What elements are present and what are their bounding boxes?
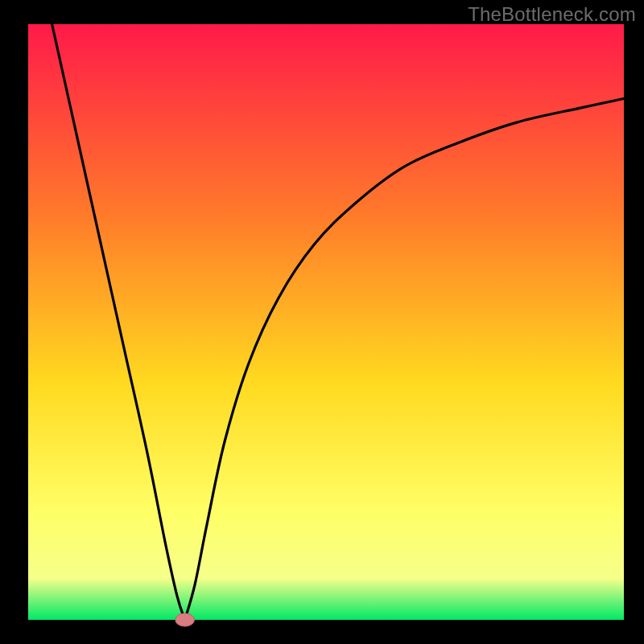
bottleneck-chart <box>0 0 644 644</box>
chart-frame: TheBottleneck.com <box>0 0 644 644</box>
attribution-label: TheBottleneck.com <box>468 3 636 26</box>
minimum-marker <box>175 613 195 626</box>
